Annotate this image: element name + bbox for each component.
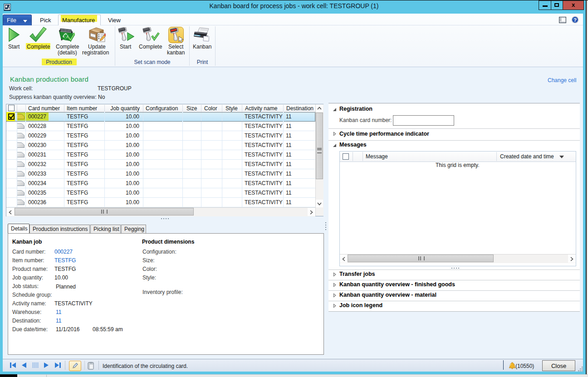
svg-text:?: ?	[573, 17, 577, 23]
